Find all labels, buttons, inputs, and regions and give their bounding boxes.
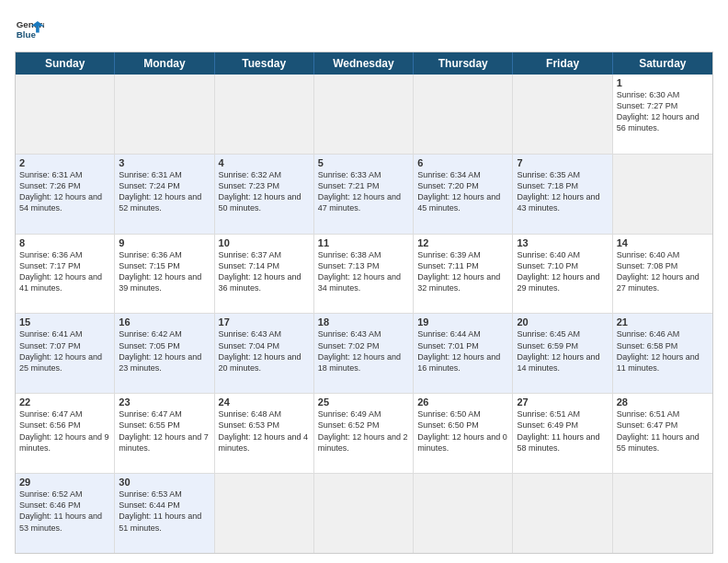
day-cell-12: 12Sunrise: 6:39 AMSunset: 7:11 PMDayligh… [414, 235, 513, 314]
empty-cell [215, 474, 314, 553]
day-number: 11 [318, 237, 409, 248]
day-info: Sunrise: 6:36 AMSunset: 7:15 PMDaylight:… [119, 249, 210, 294]
day-number: 10 [219, 237, 310, 248]
day-info: Sunrise: 6:30 AMSunset: 7:27 PMDaylight:… [617, 89, 709, 134]
header-cell-thursday: Thursday [414, 52, 513, 75]
day-info: Sunrise: 6:35 AMSunset: 7:18 PMDaylight:… [517, 169, 608, 214]
day-info: Sunrise: 6:47 AMSunset: 6:55 PMDaylight:… [119, 408, 210, 454]
day-info: Sunrise: 6:39 AMSunset: 7:11 PMDaylight:… [417, 249, 508, 294]
empty-cell [414, 474, 513, 553]
logo: General Blue [15, 15, 44, 44]
header-cell-sunday: Sunday [16, 52, 115, 75]
day-number: 27 [517, 396, 608, 408]
day-info: Sunrise: 6:32 AMSunset: 7:23 PMDaylight:… [219, 169, 310, 214]
day-number: 18 [318, 316, 409, 327]
day-cell-19: 19Sunrise: 6:44 AMSunset: 7:01 PMDayligh… [414, 314, 513, 393]
day-number: 30 [119, 477, 210, 488]
day-number: 3 [119, 157, 210, 168]
day-info: Sunrise: 6:44 AMSunset: 7:01 PMDaylight:… [417, 328, 508, 373]
day-cell-18: 18Sunrise: 6:43 AMSunset: 7:02 PMDayligh… [314, 314, 414, 393]
day-info: Sunrise: 6:49 AMSunset: 6:52 PMDaylight:… [318, 408, 409, 454]
header-cell-monday: Monday [115, 52, 214, 75]
calendar-row-1: 1Sunrise: 6:30 AMSunset: 7:27 PMDaylight… [16, 75, 712, 155]
header-cell-friday: Friday [513, 52, 612, 75]
empty-cell [115, 75, 214, 154]
header-cell-tuesday: Tuesday [215, 52, 314, 75]
day-number: 5 [318, 157, 409, 168]
empty-cell [513, 75, 612, 154]
day-cell-27: 27Sunrise: 6:51 AMSunset: 6:49 PMDayligh… [513, 394, 612, 473]
day-info: Sunrise: 6:40 AMSunset: 7:10 PMDaylight:… [517, 249, 608, 294]
day-info: Sunrise: 6:50 AMSunset: 6:50 PMDaylight:… [417, 408, 508, 454]
empty-cell [613, 155, 712, 234]
day-number: 20 [517, 316, 608, 327]
day-number: 2 [19, 157, 110, 168]
empty-cell [16, 75, 115, 154]
calendar: SundayMondayTuesdayWednesdayThursdayFrid… [15, 52, 713, 554]
empty-cell [613, 474, 712, 553]
day-number: 29 [19, 477, 110, 488]
day-number: 4 [219, 157, 310, 168]
day-info: Sunrise: 6:52 AMSunset: 6:46 PMDaylight:… [19, 488, 110, 534]
svg-text:Blue: Blue [17, 29, 37, 40]
calendar-row-6: 29Sunrise: 6:52 AMSunset: 6:46 PMDayligh… [16, 474, 712, 553]
day-number: 26 [417, 396, 508, 408]
day-info: Sunrise: 6:41 AMSunset: 7:07 PMDaylight:… [19, 328, 110, 373]
day-info: Sunrise: 6:45 AMSunset: 6:59 PMDaylight:… [517, 328, 608, 373]
day-number: 1 [617, 77, 709, 88]
day-cell-15: 15Sunrise: 6:41 AMSunset: 7:07 PMDayligh… [16, 314, 115, 393]
day-number: 15 [19, 316, 110, 327]
day-cell-25: 25Sunrise: 6:49 AMSunset: 6:52 PMDayligh… [314, 394, 414, 473]
day-cell-1: 1Sunrise: 6:30 AMSunset: 7:27 PMDaylight… [613, 75, 712, 154]
day-info: Sunrise: 6:31 AMSunset: 7:24 PMDaylight:… [119, 169, 210, 214]
day-number: 7 [517, 157, 608, 168]
day-info: Sunrise: 6:43 AMSunset: 7:04 PMDaylight:… [219, 328, 310, 373]
day-number: 12 [417, 237, 508, 248]
day-info: Sunrise: 6:51 AMSunset: 6:47 PMDaylight:… [617, 408, 709, 454]
header-cell-saturday: Saturday [613, 52, 712, 75]
day-info: Sunrise: 6:43 AMSunset: 7:02 PMDaylight:… [318, 328, 409, 373]
day-cell-28: 28Sunrise: 6:51 AMSunset: 6:47 PMDayligh… [613, 394, 712, 473]
day-number: 19 [417, 316, 508, 327]
empty-cell [215, 75, 314, 154]
day-number: 9 [119, 237, 210, 248]
day-info: Sunrise: 6:40 AMSunset: 7:08 PMDaylight:… [617, 249, 709, 294]
day-cell-29: 29Sunrise: 6:52 AMSunset: 6:46 PMDayligh… [16, 474, 115, 553]
day-number: 25 [318, 396, 409, 408]
day-info: Sunrise: 6:38 AMSunset: 7:13 PMDaylight:… [318, 249, 409, 294]
day-cell-17: 17Sunrise: 6:43 AMSunset: 7:04 PMDayligh… [215, 314, 314, 393]
day-cell-13: 13Sunrise: 6:40 AMSunset: 7:10 PMDayligh… [513, 235, 612, 314]
day-cell-6: 6Sunrise: 6:34 AMSunset: 7:20 PMDaylight… [414, 155, 513, 234]
day-number: 14 [617, 237, 709, 248]
day-info: Sunrise: 6:46 AMSunset: 6:58 PMDaylight:… [617, 328, 709, 373]
day-cell-26: 26Sunrise: 6:50 AMSunset: 6:50 PMDayligh… [414, 394, 513, 473]
day-cell-5: 5Sunrise: 6:33 AMSunset: 7:21 PMDaylight… [314, 155, 414, 234]
day-info: Sunrise: 6:51 AMSunset: 6:49 PMDaylight:… [517, 408, 608, 454]
day-cell-16: 16Sunrise: 6:42 AMSunset: 7:05 PMDayligh… [115, 314, 214, 393]
calendar-row-2: 2Sunrise: 6:31 AMSunset: 7:26 PMDaylight… [16, 155, 712, 235]
calendar-row-5: 22Sunrise: 6:47 AMSunset: 6:56 PMDayligh… [16, 394, 712, 474]
day-number: 21 [617, 316, 709, 327]
day-cell-30: 30Sunrise: 6:53 AMSunset: 6:44 PMDayligh… [115, 474, 214, 553]
day-info: Sunrise: 6:47 AMSunset: 6:56 PMDaylight:… [19, 408, 110, 454]
day-info: Sunrise: 6:53 AMSunset: 6:44 PMDaylight:… [119, 488, 210, 534]
day-info: Sunrise: 6:31 AMSunset: 7:26 PMDaylight:… [19, 169, 110, 214]
header-cell-wednesday: Wednesday [314, 52, 414, 75]
day-cell-10: 10Sunrise: 6:37 AMSunset: 7:14 PMDayligh… [215, 235, 314, 314]
day-number: 24 [219, 396, 310, 408]
day-info: Sunrise: 6:37 AMSunset: 7:14 PMDaylight:… [219, 249, 310, 294]
day-cell-20: 20Sunrise: 6:45 AMSunset: 6:59 PMDayligh… [513, 314, 612, 393]
day-number: 8 [19, 237, 110, 248]
day-number: 6 [417, 157, 508, 168]
day-info: Sunrise: 6:48 AMSunset: 6:53 PMDaylight:… [219, 408, 310, 454]
day-number: 28 [617, 396, 709, 408]
empty-cell [314, 75, 414, 154]
calendar-row-3: 8Sunrise: 6:36 AMSunset: 7:17 PMDaylight… [16, 235, 712, 315]
day-number: 23 [119, 396, 210, 408]
day-cell-2: 2Sunrise: 6:31 AMSunset: 7:26 PMDaylight… [16, 155, 115, 234]
day-number: 13 [517, 237, 608, 248]
day-cell-8: 8Sunrise: 6:36 AMSunset: 7:17 PMDaylight… [16, 235, 115, 314]
empty-cell [414, 75, 513, 154]
day-info: Sunrise: 6:34 AMSunset: 7:20 PMDaylight:… [417, 169, 508, 214]
day-number: 22 [19, 396, 110, 408]
